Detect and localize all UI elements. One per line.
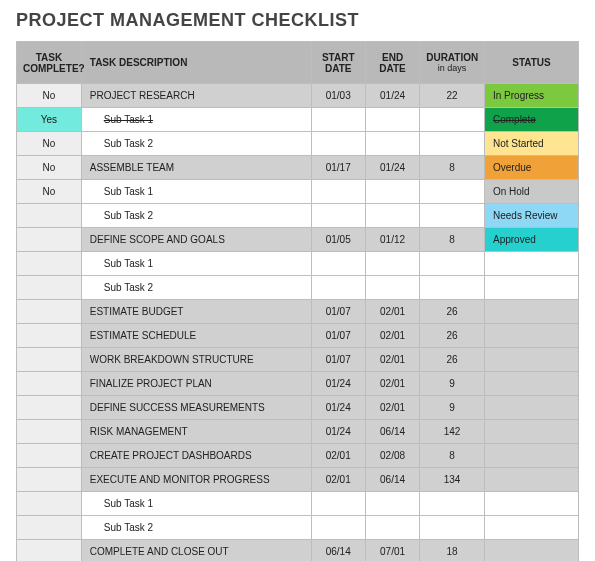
cell-task-complete[interactable] bbox=[17, 228, 82, 252]
cell-start-date[interactable]: 02/01 bbox=[311, 468, 365, 492]
cell-task-complete[interactable] bbox=[17, 300, 82, 324]
cell-task-description[interactable]: RISK MANAGEMENT bbox=[81, 420, 311, 444]
cell-end-date[interactable]: 02/08 bbox=[365, 444, 419, 468]
cell-start-date[interactable]: 01/24 bbox=[311, 420, 365, 444]
cell-start-date[interactable] bbox=[311, 108, 365, 132]
cell-task-description[interactable]: FINALIZE PROJECT PLAN bbox=[81, 372, 311, 396]
cell-duration[interactable]: 22 bbox=[420, 84, 485, 108]
cell-start-date[interactable]: 01/24 bbox=[311, 372, 365, 396]
cell-status[interactable]: In Progress bbox=[484, 84, 578, 108]
cell-task-complete[interactable] bbox=[17, 372, 82, 396]
cell-task-description[interactable]: COMPLETE AND CLOSE OUT bbox=[81, 540, 311, 562]
cell-duration[interactable] bbox=[420, 108, 485, 132]
cell-end-date[interactable] bbox=[365, 204, 419, 228]
cell-duration[interactable]: 142 bbox=[420, 420, 485, 444]
cell-start-date[interactable] bbox=[311, 204, 365, 228]
cell-end-date[interactable]: 02/01 bbox=[365, 396, 419, 420]
cell-end-date[interactable]: 06/14 bbox=[365, 420, 419, 444]
cell-end-date[interactable]: 07/01 bbox=[365, 540, 419, 562]
cell-status[interactable] bbox=[484, 372, 578, 396]
cell-status[interactable] bbox=[484, 276, 578, 300]
cell-task-complete[interactable] bbox=[17, 396, 82, 420]
cell-duration[interactable]: 26 bbox=[420, 300, 485, 324]
cell-duration[interactable] bbox=[420, 180, 485, 204]
cell-duration[interactable] bbox=[420, 492, 485, 516]
cell-status[interactable]: On Hold bbox=[484, 180, 578, 204]
cell-start-date[interactable]: 06/14 bbox=[311, 540, 365, 562]
cell-end-date[interactable] bbox=[365, 252, 419, 276]
cell-start-date[interactable]: 01/24 bbox=[311, 396, 365, 420]
cell-duration[interactable] bbox=[420, 276, 485, 300]
cell-task-description[interactable]: Sub Task 2 bbox=[81, 132, 311, 156]
cell-status[interactable]: Not Started bbox=[484, 132, 578, 156]
cell-task-complete[interactable] bbox=[17, 420, 82, 444]
cell-duration[interactable]: 26 bbox=[420, 348, 485, 372]
cell-task-description[interactable]: Sub Task 1 bbox=[81, 492, 311, 516]
cell-status[interactable] bbox=[484, 300, 578, 324]
cell-duration[interactable] bbox=[420, 252, 485, 276]
cell-end-date[interactable] bbox=[365, 276, 419, 300]
cell-end-date[interactable]: 01/24 bbox=[365, 156, 419, 180]
cell-end-date[interactable] bbox=[365, 132, 419, 156]
cell-duration[interactable]: 9 bbox=[420, 396, 485, 420]
cell-status[interactable] bbox=[484, 492, 578, 516]
cell-task-complete[interactable]: Yes bbox=[17, 108, 82, 132]
cell-end-date[interactable]: 02/01 bbox=[365, 372, 419, 396]
cell-start-date[interactable] bbox=[311, 492, 365, 516]
cell-task-complete[interactable] bbox=[17, 348, 82, 372]
cell-task-description[interactable]: PROJECT RESEARCH bbox=[81, 84, 311, 108]
cell-task-complete[interactable] bbox=[17, 324, 82, 348]
cell-start-date[interactable] bbox=[311, 132, 365, 156]
cell-duration[interactable]: 9 bbox=[420, 372, 485, 396]
cell-task-complete[interactable] bbox=[17, 492, 82, 516]
cell-task-complete[interactable]: No bbox=[17, 156, 82, 180]
cell-end-date[interactable] bbox=[365, 108, 419, 132]
cell-end-date[interactable]: 06/14 bbox=[365, 468, 419, 492]
cell-end-date[interactable]: 01/12 bbox=[365, 228, 419, 252]
cell-end-date[interactable]: 01/24 bbox=[365, 84, 419, 108]
cell-task-complete[interactable]: No bbox=[17, 132, 82, 156]
cell-task-complete[interactable] bbox=[17, 204, 82, 228]
cell-task-description[interactable]: Sub Task 2 bbox=[81, 516, 311, 540]
cell-task-complete[interactable]: No bbox=[17, 180, 82, 204]
cell-start-date[interactable]: 01/17 bbox=[311, 156, 365, 180]
cell-task-description[interactable]: CREATE PROJECT DASHBOARDS bbox=[81, 444, 311, 468]
cell-status[interactable] bbox=[484, 324, 578, 348]
cell-duration[interactable]: 18 bbox=[420, 540, 485, 562]
cell-task-complete[interactable] bbox=[17, 252, 82, 276]
cell-duration[interactable]: 8 bbox=[420, 228, 485, 252]
cell-task-description[interactable]: Sub Task 1 bbox=[81, 180, 311, 204]
cell-task-description[interactable]: Sub Task 2 bbox=[81, 204, 311, 228]
cell-end-date[interactable] bbox=[365, 516, 419, 540]
cell-duration[interactable]: 8 bbox=[420, 156, 485, 180]
cell-task-complete[interactable] bbox=[17, 540, 82, 562]
cell-end-date[interactable] bbox=[365, 492, 419, 516]
cell-task-description[interactable]: Sub Task 2 bbox=[81, 276, 311, 300]
cell-task-complete[interactable] bbox=[17, 468, 82, 492]
cell-start-date[interactable] bbox=[311, 516, 365, 540]
cell-task-description[interactable]: Sub Task 1 bbox=[81, 108, 311, 132]
cell-end-date[interactable]: 02/01 bbox=[365, 348, 419, 372]
cell-start-date[interactable]: 01/07 bbox=[311, 300, 365, 324]
cell-status[interactable] bbox=[484, 468, 578, 492]
cell-end-date[interactable]: 02/01 bbox=[365, 324, 419, 348]
cell-status[interactable] bbox=[484, 444, 578, 468]
cell-task-description[interactable]: WORK BREAKDOWN STRUCTURE bbox=[81, 348, 311, 372]
cell-status[interactable]: Approved bbox=[484, 228, 578, 252]
cell-task-description[interactable]: DEFINE SCOPE AND GOALS bbox=[81, 228, 311, 252]
cell-task-description[interactable]: ASSEMBLE TEAM bbox=[81, 156, 311, 180]
cell-status[interactable]: Complete bbox=[484, 108, 578, 132]
cell-duration[interactable] bbox=[420, 516, 485, 540]
cell-status[interactable] bbox=[484, 516, 578, 540]
cell-status[interactable] bbox=[484, 540, 578, 562]
cell-end-date[interactable]: 02/01 bbox=[365, 300, 419, 324]
cell-status[interactable] bbox=[484, 420, 578, 444]
cell-task-description[interactable]: DEFINE SUCCESS MEASUREMENTS bbox=[81, 396, 311, 420]
cell-duration[interactable]: 26 bbox=[420, 324, 485, 348]
cell-status[interactable]: Needs Review bbox=[484, 204, 578, 228]
cell-task-complete[interactable]: No bbox=[17, 84, 82, 108]
cell-status[interactable] bbox=[484, 348, 578, 372]
cell-start-date[interactable]: 02/01 bbox=[311, 444, 365, 468]
cell-task-description[interactable]: ESTIMATE SCHEDULE bbox=[81, 324, 311, 348]
cell-duration[interactable] bbox=[420, 132, 485, 156]
